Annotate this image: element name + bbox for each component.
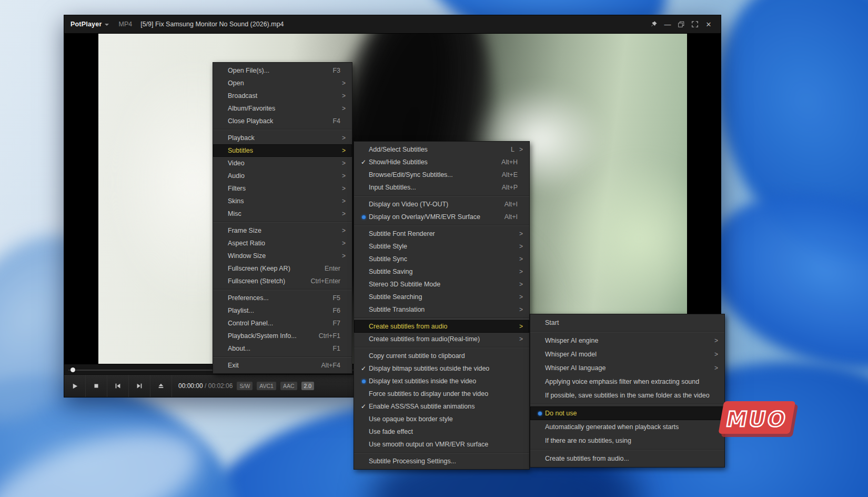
context-menu-main: Open File(s)...F3Open>Broadcast>Album/Fa… — [213, 62, 352, 374]
menu-item-browse-edit-sync-subtitles[interactable]: Browse/Edit/Sync Subtitles...Alt+E — [354, 168, 529, 181]
menu-item-start[interactable]: Start — [530, 316, 724, 330]
menu-item-about[interactable]: About...F1 — [213, 342, 352, 355]
menu-item-right: Alt+I — [504, 201, 523, 208]
menu-item-label: Exit — [228, 362, 308, 369]
render-mode-badge: S/W — [237, 382, 253, 390]
menu-item-copy-current-subtitle-to-clipboard[interactable]: Copy current subtitle to clipboard — [354, 350, 529, 362]
menu-item-fullscreen-keep-ar[interactable]: Fullscreen (Keep AR)Enter — [213, 262, 352, 275]
menu-item-control-panel[interactable]: Control Panel...F7 — [213, 317, 352, 330]
time-total: 00:02:06 — [208, 382, 233, 390]
next-button[interactable] — [129, 375, 150, 397]
menu-separator — [213, 289, 352, 290]
menu-item-create-subtitles-from-audio[interactable]: Create subtitles from audio> — [354, 320, 529, 333]
titlebar[interactable]: PotPlayer MP4 [5/9] Fix Samsung Monitor … — [64, 15, 721, 34]
menu-item-open[interactable]: Open> — [213, 77, 352, 90]
menu-item-frame-size[interactable]: Frame Size> — [213, 224, 352, 237]
menu-item-right: F1 — [332, 345, 346, 352]
menu-item-subtitle-saving[interactable]: Subtitle Saving> — [354, 265, 529, 278]
menu-item-subtitle-sync[interactable]: Subtitle Sync> — [354, 253, 529, 265]
menu-item-label: Audio — [228, 172, 327, 180]
menu-item-fullscreen-stretch[interactable]: Fullscreen (Stretch)Ctrl+Enter — [213, 275, 352, 287]
menu-item-subtitle-searching[interactable]: Subtitle Searching> — [354, 291, 529, 303]
menu-item-subtitle-font-renderer[interactable]: Subtitle Font Renderer> — [354, 227, 529, 240]
stop-button[interactable] — [86, 375, 107, 397]
radio-dot-icon — [358, 214, 369, 220]
menu-item-playlist[interactable]: Playlist...F6 — [213, 304, 352, 317]
submenu-arrow-icon: > — [518, 281, 523, 288]
menu-item-stereo-3d-subtitle-mode[interactable]: Stereo 3D Subtitle Mode> — [354, 278, 529, 291]
menu-item-audio[interactable]: Audio> — [213, 170, 352, 182]
menu-item-open-file-s[interactable]: Open File(s)...F3 — [213, 64, 352, 77]
fullscreen-icon[interactable] — [689, 18, 701, 30]
shortcut-label: L — [511, 146, 514, 153]
minimize-icon[interactable]: — — [662, 18, 673, 30]
menu-item-window-size[interactable]: Window Size> — [213, 250, 352, 262]
menu-item-display-text-subtitles-inside-the-video[interactable]: Display text subtitles inside the video — [354, 375, 529, 387]
menu-item-force-subtitles-to-display-under-the-video[interactable]: Force subtitles to display under the vid… — [354, 387, 529, 400]
menu-item-video[interactable]: Video> — [213, 157, 352, 170]
menu-item-aspect-ratio[interactable]: Aspect Ratio> — [213, 237, 352, 250]
menu-item-right: > — [340, 147, 346, 154]
menu-item-close-playback[interactable]: Close PlaybackF4 — [213, 115, 352, 127]
menu-item-exit[interactable]: ExitAlt+F4 — [213, 359, 352, 372]
menu-item-do-not-use[interactable]: Do not use — [530, 406, 724, 420]
radio-dot-icon — [534, 410, 545, 416]
menu-item-whisper-ai-engine[interactable]: Whisper AI engine> — [530, 334, 724, 347]
menu-item-display-on-video-tv-out[interactable]: Display on Video (TV-OUT)Alt+I — [354, 198, 529, 211]
menu-item-playback-system-info[interactable]: Playback/System Info...Ctrl+F1 — [213, 330, 352, 342]
menu-item-add-select-subtitles[interactable]: Add/Select SubtitlesL> — [354, 143, 529, 156]
chevron-down-icon[interactable] — [105, 24, 109, 26]
menu-item-input-subtitles[interactable]: Input Subtitles...Alt+P — [354, 181, 529, 194]
menu-item-subtitle-translation[interactable]: Subtitle Translation> — [354, 303, 529, 316]
menu-separator — [354, 225, 529, 226]
menu-item-label: Subtitle Translation — [369, 306, 504, 313]
menu-item-subtitles[interactable]: Subtitles> — [213, 144, 352, 157]
submenu-arrow-icon: > — [340, 160, 346, 167]
close-icon[interactable]: ✕ — [703, 18, 714, 30]
menu-item-enable-ass-ssa-subtitle-animations[interactable]: ✓Enable ASS/SSA subtitle animations — [354, 400, 529, 413]
menu-item-whisper-ai-model[interactable]: Whisper AI model> — [530, 347, 724, 361]
menu-item-subtitle-processing-settings[interactable]: Subtitle Processing Settings... — [354, 455, 529, 468]
menu-item-if-possible-save-subtitles-in-the-same-folder-as-the-video[interactable]: If possible, save subtitles in the same … — [530, 389, 724, 402]
menu-item-show-hide-subtitles[interactable]: ✓Show/Hide SubtitlesAlt+H — [354, 156, 529, 168]
menu-item-preferences[interactable]: Preferences...F5 — [213, 292, 352, 304]
menu-separator — [530, 331, 724, 332]
app-logo[interactable]: PotPlayer — [70, 21, 102, 28]
menu-item-label: Subtitles — [228, 147, 327, 154]
seek-knob[interactable] — [70, 367, 75, 372]
menu-item-use-opaque-box-border-style[interactable]: Use opaque box border style — [354, 413, 529, 425]
menu-separator — [213, 356, 352, 357]
menu-item-album-favorites[interactable]: Album/Favorites> — [213, 102, 352, 115]
submenu-arrow-icon: > — [340, 197, 346, 205]
menu-item-right: > — [340, 210, 346, 217]
window-buttons: — ✕ — [648, 18, 714, 30]
play-button[interactable] — [64, 375, 86, 397]
menu-item-use-fade-effect[interactable]: Use fade effect — [354, 425, 529, 438]
menu-item-applying-voice-emphasis-filter-when-extracting-sound[interactable]: Applying voice emphasis filter when extr… — [530, 375, 724, 389]
pin-icon[interactable] — [648, 18, 660, 30]
menu-item-if-there-are-no-subtitles-using[interactable]: If there are no subtitles, using — [530, 434, 724, 448]
eject-button[interactable] — [150, 375, 172, 397]
menu-item-create-subtitles-from-audio[interactable]: Create subtitles from audio... — [530, 452, 724, 465]
menu-item-right: > — [713, 351, 718, 358]
menu-item-right: > — [340, 197, 346, 205]
menu-item-label: Whisper AI model — [545, 351, 699, 358]
menu-item-playback[interactable]: Playback> — [213, 132, 352, 144]
maximize-icon[interactable] — [675, 18, 687, 30]
menu-item-filters[interactable]: Filters> — [213, 182, 352, 195]
menu-item-automatically-generated-when-playback-starts[interactable]: Automatically generated when playback st… — [530, 420, 724, 434]
menu-item-whisper-ai-language[interactable]: Whisper AI language> — [530, 361, 724, 375]
menu-item-subtitle-style[interactable]: Subtitle Style> — [354, 240, 529, 253]
menu-item-create-subtitles-from-audio-real-time[interactable]: Create subtitles from audio(Real-time)> — [354, 333, 529, 345]
menu-item-misc[interactable]: Misc> — [213, 207, 352, 220]
previous-button[interactable] — [107, 375, 129, 397]
menu-item-use-smooth-output-on-vmr-evr-surface[interactable]: Use smooth output on VMR/EVR surface — [354, 438, 529, 451]
menu-item-display-on-overlay-vmr-evr-surface[interactable]: Display on Overlay/VMR/EVR SurfaceAlt+I — [354, 211, 529, 223]
menu-item-display-bitmap-subtitles-outside-the-video[interactable]: ✓Display bitmap subtitles outside the vi… — [354, 362, 529, 375]
menu-item-broadcast[interactable]: Broadcast> — [213, 90, 352, 102]
menu-item-skins[interactable]: Skins> — [213, 195, 352, 207]
menu-item-label: Aspect Ratio — [228, 240, 327, 247]
menu-item-label: Video — [228, 160, 327, 167]
submenu-arrow-icon: > — [518, 243, 523, 250]
menu-item-right: > — [518, 268, 523, 275]
